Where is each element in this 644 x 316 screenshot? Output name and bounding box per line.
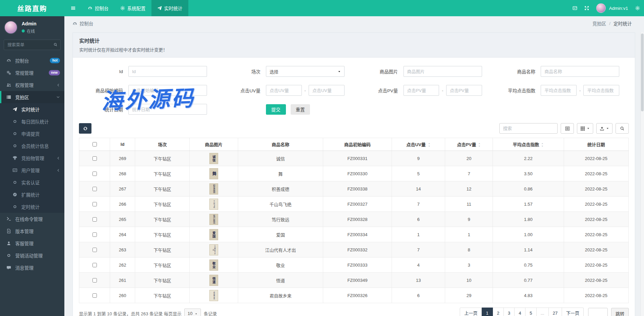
breadcrumb-home[interactable]: 控制台 — [72, 20, 94, 27]
table-row[interactable]: 269下午钻区诚信诚信FZ0003319202.222022-08-25 — [79, 151, 629, 166]
export-button[interactable] — [596, 123, 612, 134]
sidebar-item-user-management[interactable]: 用户管理 — [0, 164, 64, 176]
filter-click-pv-min-input[interactable] — [403, 85, 439, 96]
settings-gear-icon[interactable] — [635, 6, 640, 10]
product-thumbnail[interactable]: 笃行致远 — [209, 214, 218, 225]
refresh-button[interactable] — [79, 123, 91, 134]
sidebar-item-auction-zone[interactable]: 竞拍区 — [0, 91, 64, 103]
page-button-3[interactable]: 3 — [504, 308, 515, 316]
breadcrumb-section[interactable]: 竞拍区 — [593, 20, 606, 27]
table-row[interactable]: 268下午钻区舞舞FZ000330573.502022-08-25 — [79, 166, 629, 181]
table-row[interactable]: 262下午钻区敬业敬业FZ000333430.752022-08-25 — [79, 257, 629, 273]
sidebar-avatar[interactable] — [4, 21, 18, 34]
product-thumbnail[interactable]: 君自故乡来 — [209, 290, 218, 301]
table-row[interactable]: 266下午钻区千山鸟飞绝千山鸟飞绝FZ0003277111.572022-08-… — [79, 197, 629, 212]
sort-icon[interactable] — [478, 142, 481, 148]
product-thumbnail[interactable]: 敬业 — [209, 259, 218, 271]
filter-id-input[interactable] — [128, 66, 207, 77]
filter-avg-click-index-max-input[interactable] — [583, 85, 619, 96]
sidebar-item-online-command-management[interactable]: 在线命令管理 — [0, 213, 64, 225]
row-checkbox[interactable] — [92, 263, 97, 267]
column-header[interactable]: 点击UV量 — [392, 138, 445, 151]
column-header[interactable]: 商品初始编码 — [323, 138, 392, 151]
sidebar-item-dashboard[interactable]: 控制台hot — [0, 54, 64, 67]
page-button-2[interactable]: 2 — [493, 308, 504, 316]
page-button-5[interactable]: 5 — [525, 308, 536, 316]
row-checkbox[interactable] — [92, 217, 97, 222]
page-button-4[interactable]: 4 — [515, 308, 525, 316]
fullscreen-icon[interactable] — [584, 6, 589, 10]
sidebar-item-general-management[interactable]: 常规管理new — [0, 67, 64, 79]
table-row[interactable]: 261下午钻区悟道悟道FZ00034913100.772022-08-25 — [79, 273, 629, 288]
page-size-select[interactable]: 10 — [184, 309, 201, 316]
sidebar-item-timed-stats[interactable]: 定时统计 — [0, 201, 64, 213]
reset-button[interactable]: 重置 — [291, 104, 310, 115]
product-thumbnail[interactable]: 积善成德 — [209, 183, 218, 195]
column-header[interactable]: Id — [110, 138, 135, 151]
table-row[interactable]: 264下午钻区爱国爱国FZ000334111.002022-08-25 — [79, 227, 629, 242]
top-nav-dashboard[interactable]: 控制台 — [82, 0, 115, 16]
sidebar-item-realtime-stats[interactable]: 实时统计 — [0, 103, 64, 115]
columns-button[interactable] — [577, 123, 593, 134]
table-row[interactable]: 263下午钻区江山代有人才出江山代有人才出FZ000332781.142022-… — [79, 242, 629, 257]
sidebar-item-version-management[interactable]: 版本管理 — [0, 225, 64, 237]
page-jump-input[interactable] — [588, 308, 608, 316]
product-thumbnail[interactable]: 舞 — [209, 168, 218, 179]
apps-icon[interactable] — [573, 6, 577, 10]
product-thumbnail[interactable]: 诚信 — [209, 153, 218, 164]
table-row[interactable]: 260下午钻区君自故乡来君自故乡来FZ0003266294.832022-08-… — [79, 288, 629, 303]
sidebar-item-member-stats-info[interactable]: 会员统计信息 — [0, 140, 64, 152]
top-nav-realtime-stats[interactable]: 实时统计 — [151, 0, 188, 16]
product-thumbnail[interactable]: 爱国 — [209, 229, 218, 240]
filter-click-uv-max-input[interactable] — [309, 85, 345, 96]
filter-product-name-input[interactable] — [541, 66, 619, 77]
sidebar-item-marketing-management[interactable]: 营销活动管理 — [0, 249, 64, 262]
filter-stat-date-input[interactable] — [128, 104, 207, 115]
sidebar-item-extended-stats[interactable]: 扩展统计 — [0, 188, 64, 201]
sort-icon[interactable] — [428, 142, 431, 148]
filter-avg-click-index-min-input[interactable] — [541, 85, 577, 96]
row-checkbox[interactable] — [92, 293, 97, 298]
avatar[interactable] — [596, 3, 606, 13]
table-row[interactable]: 265下午钻区笃行致远笃行致远FZ000328691.802022-08-25 — [79, 212, 629, 227]
column-header[interactable]: 场次 — [135, 138, 190, 151]
row-checkbox[interactable] — [92, 172, 97, 176]
sidebar-item-realname-auth[interactable]: 实名认证 — [0, 176, 64, 188]
product-thumbnail[interactable]: 江山代有人才出 — [209, 244, 218, 255]
row-checkbox[interactable] — [92, 202, 97, 206]
search-button[interactable] — [616, 123, 629, 134]
column-header[interactable]: 商品名称 — [238, 138, 323, 151]
column-header[interactable]: 商品图片 — [190, 138, 238, 151]
submit-button[interactable]: 提交 — [266, 104, 286, 115]
toggle-view-button[interactable] — [561, 123, 574, 134]
row-checkbox[interactable] — [92, 187, 97, 191]
product-thumbnail[interactable]: 悟道 — [209, 275, 218, 286]
sidebar-toggle-button[interactable] — [64, 0, 82, 16]
sidebar-item-daily-team-stats[interactable]: 每日团队统计 — [0, 115, 64, 128]
prev-page-button[interactable]: 上一页 — [460, 308, 482, 316]
column-header[interactable]: 统计日期 — [564, 138, 628, 151]
row-checkbox[interactable] — [92, 248, 97, 252]
page-button-1[interactable]: 1 — [482, 308, 493, 316]
page-button-27[interactable]: 27 — [549, 308, 562, 316]
brand-logo[interactable]: 丝路直购 — [0, 0, 64, 16]
select-all-checkbox[interactable] — [92, 142, 97, 146]
top-nav-system-config[interactable]: 系统配置 — [115, 0, 151, 16]
filter-product-code-input[interactable] — [128, 85, 207, 96]
filter-product-image-input[interactable] — [403, 66, 482, 77]
filter-click-uv-min-input[interactable] — [266, 85, 302, 96]
product-thumbnail[interactable]: 千山鸟飞绝 — [209, 199, 218, 210]
filter-click-pv-max-input[interactable] — [446, 85, 482, 96]
sidebar-item-auction-item-management[interactable]: 竞拍物管理 — [0, 152, 64, 164]
sidebar-item-support-management[interactable]: 客服管理 — [0, 237, 64, 249]
scrollbar[interactable] — [640, 32, 644, 316]
sidebar-search-input[interactable] — [4, 40, 61, 50]
sidebar-item-permission-management[interactable]: 权限管理 — [0, 79, 64, 91]
scrollbar-thumb[interactable] — [641, 33, 644, 111]
row-checkbox[interactable] — [92, 232, 97, 237]
filter-session-select[interactable]: 选择 — [266, 66, 345, 77]
table-row[interactable]: 267下午钻区积善成德积善成德FZ00033814120.862022-08-2… — [79, 181, 629, 197]
column-header[interactable]: 点击PV量 — [445, 138, 493, 151]
column-header[interactable]: 平均点击指数 — [493, 138, 564, 151]
user-menu[interactable]: Admin:v1 — [609, 6, 628, 11]
